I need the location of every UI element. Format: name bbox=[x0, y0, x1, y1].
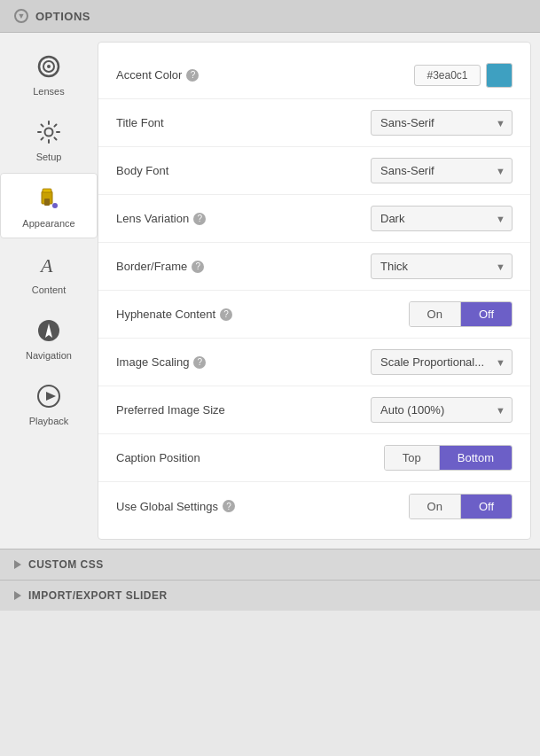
caption-position-row: Caption Position Top Bottom bbox=[98, 434, 530, 482]
sidebar-item-navigation[interactable]: Navigation bbox=[0, 306, 98, 370]
sidebar-item-playback[interactable]: Playback bbox=[0, 371, 98, 435]
sidebar-item-appearance[interactable]: Appearance bbox=[0, 173, 98, 238]
options-header-label: OPTIONS bbox=[35, 10, 90, 23]
title-font-row: Title Font Sans-Serif Serif Monospace ▼ bbox=[98, 99, 530, 147]
sidebar-item-content[interactable]: A Content bbox=[0, 240, 98, 304]
caption-position-top-button[interactable]: Top bbox=[385, 446, 440, 470]
accent-color-help-icon[interactable]: ? bbox=[186, 69, 199, 82]
svg-point-2 bbox=[47, 65, 51, 68]
sidebar-item-lenses[interactable]: Lenses bbox=[0, 42, 98, 105]
svg-rect-5 bbox=[44, 199, 50, 206]
use-global-settings-help-icon[interactable]: ? bbox=[223, 500, 235, 512]
caption-position-toggle-group: Top Bottom bbox=[384, 445, 513, 471]
sidebar-lenses-label: Lenses bbox=[33, 86, 64, 97]
image-scaling-help-icon[interactable]: ? bbox=[193, 356, 206, 369]
options-toggle-icon[interactable]: ▼ bbox=[14, 9, 28, 23]
accent-color-row: Accent Color ? #3ea0c1 bbox=[98, 51, 530, 99]
lens-variation-help-icon[interactable]: ? bbox=[193, 213, 206, 225]
border-frame-label: Border/Frame ? bbox=[116, 260, 293, 273]
lens-variation-row: Lens Variation ? Dark Light Auto ▼ bbox=[98, 195, 530, 243]
preferred-image-size-control: Auto (100%) 50% 75% 150% 200% ▼ bbox=[293, 397, 513, 423]
svg-text:A: A bbox=[39, 254, 53, 277]
hyphenate-content-help-icon[interactable]: ? bbox=[220, 308, 232, 321]
body-font-control: Sans-Serif Serif Monospace ▼ bbox=[293, 158, 513, 183]
hyphenate-content-on-button[interactable]: On bbox=[410, 302, 461, 326]
hyphenate-content-row: Hyphenate Content ? On Off bbox=[98, 291, 530, 339]
hyphenate-content-toggle-group: On Off bbox=[409, 301, 513, 327]
svg-rect-6 bbox=[43, 189, 51, 192]
accent-color-swatch[interactable] bbox=[486, 63, 513, 88]
border-frame-select-wrap: Thick Thin None ▼ bbox=[371, 253, 513, 279]
nav-icon bbox=[33, 315, 65, 347]
font-icon: A bbox=[33, 249, 65, 281]
sidebar-item-setup[interactable]: Setup bbox=[0, 107, 98, 171]
settings-content-area: Accent Color ? #3ea0c1 Title Font Sans-S… bbox=[98, 42, 531, 540]
border-frame-control: Thick Thin None ▼ bbox=[293, 253, 513, 279]
title-font-select[interactable]: Sans-Serif Serif Monospace bbox=[371, 110, 513, 136]
border-frame-select[interactable]: Thick Thin None bbox=[371, 253, 513, 279]
border-frame-help-icon[interactable]: ? bbox=[192, 261, 204, 273]
body-font-row: Body Font Sans-Serif Serif Monospace ▼ bbox=[98, 147, 530, 195]
preferred-image-size-select-wrap: Auto (100%) 50% 75% 150% 200% ▼ bbox=[371, 397, 513, 423]
use-global-settings-control: On Off bbox=[293, 494, 513, 519]
accent-color-control: #3ea0c1 bbox=[293, 63, 513, 88]
title-font-control: Sans-Serif Serif Monospace ▼ bbox=[293, 110, 513, 136]
image-scaling-control: Scale Proportional... Fit to Width Fit t… bbox=[293, 349, 513, 375]
title-font-select-wrap: Sans-Serif Serif Monospace ▼ bbox=[371, 110, 513, 136]
sidebar-content-label: Content bbox=[32, 284, 67, 295]
caption-position-control: Top Bottom bbox=[293, 445, 513, 471]
use-global-settings-row: Use Global Settings ? On Off bbox=[98, 482, 530, 530]
preferred-image-size-select[interactable]: Auto (100%) 50% 75% 150% 200% bbox=[371, 397, 513, 423]
main-container: Lenses Setup Ap bbox=[0, 33, 540, 549]
import-export-toggle-icon bbox=[14, 591, 21, 600]
caption-position-label: Caption Position bbox=[116, 451, 293, 464]
use-global-settings-on-button[interactable]: On bbox=[410, 495, 461, 518]
image-scaling-row: Image Scaling ? Scale Proportional... Fi… bbox=[98, 339, 530, 386]
import-export-section[interactable]: IMPORT/EXPORT SLIDER bbox=[0, 580, 540, 611]
custom-css-label: CUSTOM CSS bbox=[28, 558, 104, 571]
sidebar-appearance-label: Appearance bbox=[22, 218, 74, 229]
image-scaling-label: Image Scaling ? bbox=[116, 355, 293, 369]
sidebar: Lenses Setup Ap bbox=[0, 33, 98, 549]
lens-variation-control: Dark Light Auto ▼ bbox=[293, 206, 513, 231]
svg-point-3 bbox=[45, 129, 53, 136]
body-font-select-wrap: Sans-Serif Serif Monospace ▼ bbox=[371, 158, 513, 183]
play-icon bbox=[33, 380, 65, 412]
gear-icon bbox=[33, 116, 65, 148]
circle-icon bbox=[33, 51, 65, 82]
body-font-select[interactable]: Sans-Serif Serif Monospace bbox=[371, 158, 513, 183]
hyphenate-content-control: On Off bbox=[293, 301, 513, 327]
lens-variation-select-wrap: Dark Light Auto ▼ bbox=[371, 206, 513, 231]
use-global-settings-label: Use Global Settings ? bbox=[116, 500, 293, 513]
options-header[interactable]: ▼ OPTIONS bbox=[0, 0, 540, 33]
svg-marker-12 bbox=[46, 392, 56, 401]
accent-color-label: Accent Color ? bbox=[116, 68, 293, 82]
caption-position-bottom-button[interactable]: Bottom bbox=[440, 446, 512, 470]
svg-point-7 bbox=[52, 203, 58, 208]
lens-variation-label: Lens Variation ? bbox=[116, 212, 293, 225]
hyphenate-content-off-button[interactable]: Off bbox=[461, 302, 512, 326]
use-global-settings-off-button[interactable]: Off bbox=[461, 495, 512, 518]
use-global-settings-toggle-group: On Off bbox=[409, 494, 513, 519]
sidebar-navigation-label: Navigation bbox=[26, 350, 72, 361]
custom-css-toggle-icon bbox=[14, 560, 21, 569]
custom-css-section[interactable]: CUSTOM CSS bbox=[0, 549, 540, 580]
image-scaling-select-wrap: Scale Proportional... Fit to Width Fit t… bbox=[371, 349, 513, 375]
hyphenate-content-label: Hyphenate Content ? bbox=[116, 308, 293, 321]
import-export-label: IMPORT/EXPORT SLIDER bbox=[28, 589, 168, 602]
preferred-image-size-row: Preferred Image Size Auto (100%) 50% 75%… bbox=[98, 386, 530, 434]
body-font-label: Body Font bbox=[116, 164, 293, 177]
accent-color-wrap: #3ea0c1 bbox=[414, 63, 513, 88]
sidebar-playback-label: Playback bbox=[29, 416, 69, 426]
image-scaling-select[interactable]: Scale Proportional... Fit to Width Fit t… bbox=[371, 349, 513, 375]
title-font-label: Title Font bbox=[116, 116, 293, 129]
accent-color-hex[interactable]: #3ea0c1 bbox=[414, 65, 481, 86]
paint-icon bbox=[33, 183, 65, 214]
preferred-image-size-label: Preferred Image Size bbox=[116, 403, 293, 417]
sidebar-setup-label: Setup bbox=[36, 152, 62, 162]
lens-variation-select[interactable]: Dark Light Auto bbox=[371, 206, 513, 231]
border-frame-row: Border/Frame ? Thick Thin None ▼ bbox=[98, 243, 530, 291]
